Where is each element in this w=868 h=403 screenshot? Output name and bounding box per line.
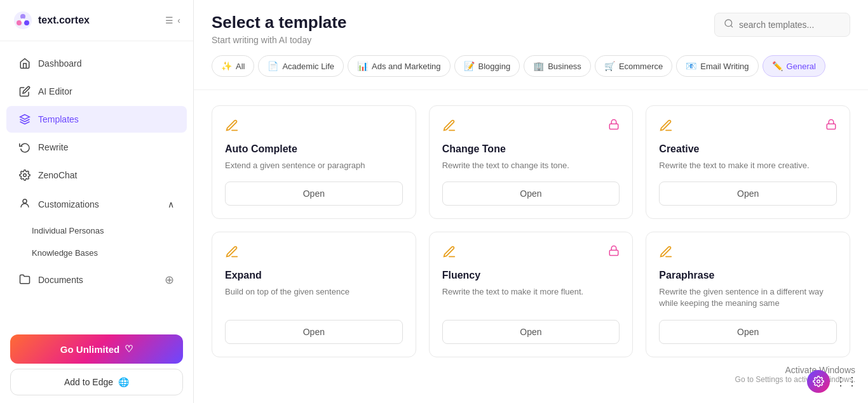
- search-icon: [724, 18, 734, 31]
- card-title: Paraphrase: [659, 270, 837, 281]
- tab-all[interactable]: ✨ All: [212, 55, 254, 77]
- main-content: Select a template Start writing with AI …: [194, 0, 868, 403]
- chevron-up-icon: ∧: [168, 199, 174, 209]
- tab-ecommerce[interactable]: 🛒 Ecommerce: [595, 55, 672, 77]
- tab-blogging-label: Blogging: [478, 62, 511, 71]
- tab-ecommerce-label: Ecommerce: [619, 62, 663, 71]
- pen-icon: [225, 245, 239, 262]
- tab-blogging[interactable]: 📝 Blogging: [454, 55, 520, 77]
- open-button-paraphrase[interactable]: Open: [659, 320, 837, 344]
- ecommerce-icon: 🛒: [604, 61, 615, 71]
- sidebar-item-templates[interactable]: Templates: [6, 106, 187, 133]
- business-icon: 🏢: [533, 61, 544, 71]
- edge-icon: 🌐: [118, 377, 129, 387]
- sidebar-item-rewrite[interactable]: Rewrite: [6, 134, 187, 161]
- filter-tabs: ✨ All 📄 Academic Life 📊 Ads and Marketin…: [212, 55, 850, 79]
- tab-email-writing[interactable]: 📧 Email Writing: [676, 55, 758, 77]
- sidebar: text.cortex ☰ ‹ Dashboard AI Editor Temp…: [0, 0, 194, 403]
- sidebar-item-label: AI Editor: [38, 86, 72, 96]
- lock-icon: [608, 119, 620, 133]
- card-desc: Rewrite the text to make it more creativ…: [659, 160, 837, 171]
- sidebar-footer: Go Unlimited ♡ Add to Edge 🌐: [0, 327, 193, 403]
- edit-icon: [19, 86, 31, 97]
- add-to-edge-label: Add to Edge: [64, 377, 113, 387]
- all-icon: ✨: [221, 61, 232, 71]
- sidebar-item-zenochat[interactable]: ZenoChat: [6, 162, 187, 188]
- tab-ads-label: Ads and Marketing: [372, 62, 440, 71]
- svg-point-13: [817, 380, 820, 383]
- open-button-fluency[interactable]: Open: [442, 320, 620, 344]
- card-desc: Extend a given sentence or paragraph: [225, 160, 403, 171]
- layers-icon: [19, 114, 31, 125]
- card-title: Auto Complete: [225, 143, 403, 155]
- search-area[interactable]: [714, 13, 850, 37]
- tab-academic-life[interactable]: 📄 Academic Life: [258, 55, 344, 77]
- home-icon: [19, 58, 31, 69]
- sidebar-toggle[interactable]: ☰ ‹: [165, 15, 180, 25]
- svg-point-4: [21, 18, 25, 22]
- card-desc: Rewrite the text to change its tone.: [442, 160, 620, 171]
- tab-email-label: Email Writing: [700, 62, 749, 71]
- template-card-creative: Creative Rewrite the text to make it mor…: [646, 105, 850, 219]
- gear-circle-icon[interactable]: [807, 370, 830, 393]
- chevron-left-icon: ‹: [177, 15, 180, 25]
- svg-point-6: [24, 174, 27, 177]
- tab-ads-marketing[interactable]: 📊 Ads and Marketing: [348, 55, 450, 77]
- sidebar-item-documents[interactable]: Documents ⊕: [6, 265, 187, 294]
- go-unlimited-button[interactable]: Go Unlimited ♡: [10, 334, 183, 364]
- open-button-change-tone[interactable]: Open: [442, 182, 620, 206]
- tab-general[interactable]: ✏️ General: [763, 55, 825, 77]
- svg-point-3: [24, 20, 29, 25]
- svg-rect-10: [610, 124, 619, 129]
- general-icon: ✏️: [772, 61, 783, 71]
- blogging-icon: 📝: [464, 61, 475, 71]
- sidebar-item-ai-editor[interactable]: AI Editor: [6, 78, 187, 105]
- open-button-creative[interactable]: Open: [659, 182, 837, 206]
- tab-general-label: General: [787, 62, 816, 71]
- tab-academic-label: Academic Life: [282, 62, 334, 71]
- svg-line-9: [731, 25, 733, 27]
- academic-icon: 📄: [268, 61, 278, 71]
- sidebar-item-individual-personas[interactable]: Individual Personas: [0, 220, 193, 242]
- tab-all-label: All: [236, 62, 245, 71]
- individual-personas-label: Individual Personas: [32, 226, 104, 235]
- heart-icon: ♡: [125, 343, 133, 355]
- bottom-right-icons: ⋮⋮: [807, 370, 858, 393]
- search-input[interactable]: [739, 20, 841, 30]
- template-grid: Auto Complete Extend a given sentence or…: [194, 90, 868, 403]
- customizations-icon: [19, 197, 31, 211]
- tab-business[interactable]: 🏢 Business: [524, 55, 591, 77]
- svg-point-7: [23, 199, 27, 203]
- template-card-fluency: Fluency Rewrite the text to make it more…: [429, 232, 634, 357]
- open-button-expand[interactable]: Open: [225, 320, 403, 344]
- svg-point-8: [725, 20, 732, 27]
- card-title: Fluency: [442, 270, 620, 281]
- sidebar-nav: Dashboard AI Editor Templates Rewrite Ze: [0, 41, 193, 327]
- sidebar-header: text.cortex ☰ ‹: [0, 0, 193, 41]
- open-button-auto-complete[interactable]: Open: [225, 182, 403, 206]
- sidebar-item-knowledge-bases[interactable]: Knowledge Bases: [0, 242, 193, 264]
- sidebar-item-customizations[interactable]: Customizations ∧: [6, 190, 187, 218]
- add-to-edge-button[interactable]: Add to Edge 🌐: [10, 369, 183, 395]
- more-options-icon[interactable]: ⋮⋮: [835, 374, 858, 388]
- knowledge-bases-label: Knowledge Bases: [32, 248, 98, 258]
- logo-text: text.cortex: [38, 15, 90, 26]
- email-icon: 📧: [686, 61, 696, 71]
- pen-icon: [442, 245, 456, 262]
- sidebar-item-label: Dashboard: [38, 58, 82, 69]
- svg-point-2: [17, 20, 22, 25]
- svg-marker-5: [20, 115, 30, 120]
- add-document-icon[interactable]: ⊕: [165, 273, 174, 287]
- customizations-label: Customizations: [38, 199, 99, 209]
- pen-icon: [659, 245, 673, 262]
- sidebar-item-dashboard[interactable]: Dashboard: [6, 50, 187, 77]
- lock-icon: [825, 119, 837, 133]
- page-title: Select a template: [212, 13, 346, 32]
- settings-icon: [19, 169, 31, 181]
- template-card-change-tone: Change Tone Rewrite the text to change i…: [429, 105, 634, 219]
- documents-label: Documents: [38, 275, 83, 285]
- svg-rect-11: [827, 124, 836, 129]
- logo-icon: [13, 10, 33, 30]
- template-card-expand: Expand Build on top of the given sentenc…: [212, 232, 416, 357]
- sidebar-item-label: ZenoChat: [38, 170, 77, 180]
